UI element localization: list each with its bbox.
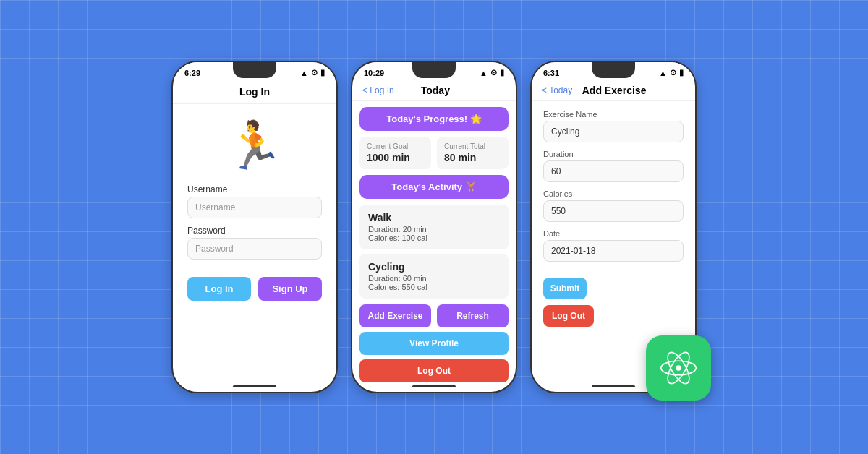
phone1-navbar: Log In [173,80,336,104]
activity-calories-0: Calories: 100 cal [368,234,500,242]
phone-login: 6:29 ▲ ⊙ ▮ Log In 🏃 Username Username Pa… [171,61,338,393]
current-goal-card: Current Goal 1000 min [359,137,431,169]
status-time-1: 6:29 [184,69,200,77]
phone2-back[interactable]: < Log In [362,85,394,95]
wifi-icon-3: ⊙ [670,68,676,77]
username-input[interactable]: Username [187,197,322,218]
activity-name-1: Cycling [368,261,500,273]
date-label: Date [543,229,684,238]
phone3-back[interactable]: < Today [542,85,572,95]
add-exercise-button[interactable]: Add Exercise [359,304,431,327]
submit-button[interactable]: Submit [543,278,587,299]
exercise-name-input[interactable]: Cycling [543,121,684,142]
logout-button-3[interactable]: Log Out [543,305,594,327]
status-time-2: 10:29 [364,69,384,77]
battery-icon-2: ▮ [500,68,504,77]
home-indicator-2 [412,385,456,387]
svg-point-0 [676,365,681,371]
wifi-icon: ⊙ [311,68,318,77]
phones-container: 6:29 ▲ ⊙ ▮ Log In 🏃 Username Username Pa… [171,61,697,393]
activity-duration-0: Duration: 20 min [368,225,500,234]
exercise-name-value: Cycling [551,127,579,137]
duration-input[interactable]: 60 [543,160,684,182]
refresh-button[interactable]: Refresh [437,304,509,327]
signal-icon-2: ▲ [480,69,488,77]
status-icons-2: ▲ ⊙ ▮ [480,68,504,77]
add-exercise-buttons: Submit Log Out [532,278,695,327]
duration-value: 60 [551,166,561,176]
phone1-content: Log In 🏃 Username Username Password Pass… [173,80,336,388]
activity-duration-1: Duration: 60 min [368,274,500,283]
runner-emoji: 🏃 [226,119,284,173]
signup-button[interactable]: Sign Up [258,277,322,301]
calories-label: Calories [543,189,684,198]
status-icons-1: ▲ ⊙ ▮ [300,68,325,77]
battery-icon: ▮ [320,68,325,77]
login-buttons: Log In Sign Up [173,267,336,301]
battery-icon-3: ▮ [679,68,684,77]
date-value: 2021-01-18 [551,246,595,256]
phone3-nav-title: Add Exercise [582,85,647,96]
signal-icon-3: ▲ [659,69,667,77]
current-total-card: Current Total 80 min [437,137,509,169]
activity-name-0: Walk [368,212,500,223]
status-bar-3: 6:31 ▲ ⊙ ▮ [532,62,695,80]
status-time-3: 6:31 [543,69,559,77]
runner-avatar: 🏃 [173,104,336,184]
login-button[interactable]: Log In [187,277,251,301]
current-total-label: Current Total [444,142,501,150]
date-input[interactable]: 2021-01-18 [543,240,684,262]
react-logo-svg [659,348,698,387]
phone1-nav-title: Log In [239,86,270,98]
current-goal-value: 1000 min [367,152,424,163]
phone2-bottom-actions: Add Exercise Refresh View Profile Log Ou… [352,299,516,382]
calories-value: 550 [551,206,566,216]
phone2-nav-title: Today [421,85,450,96]
status-bar-2: 10:29 ▲ ⊙ ▮ [352,62,516,80]
phone2-navbar: < Log In Today [352,80,516,101]
status-icons-3: ▲ ⊙ ▮ [659,68,684,77]
wifi-icon-2: ⊙ [490,68,497,77]
login-form: Username Username Password Password [173,184,336,260]
progress-banner: Today's Progress! 🌟 [359,107,509,131]
activity-calories-1: Calories: 550 cal [368,283,500,291]
phone2-content: < Log In Today Today's Progress! 🌟 Curre… [352,80,516,388]
view-profile-button[interactable]: View Profile [359,332,509,355]
password-label: Password [187,226,322,236]
status-bar-1: 6:29 ▲ ⊙ ▮ [173,62,336,80]
add-refresh-row: Add Exercise Refresh [359,304,509,327]
home-indicator-3 [592,385,635,387]
activity-list: Walk Duration: 20 min Calories: 100 cal … [352,205,516,299]
username-placeholder: Username [195,202,235,213]
password-placeholder: Password [195,244,234,254]
current-goal-label: Current Goal [367,142,424,150]
react-logo-badge [646,335,711,401]
calories-input[interactable]: 550 [543,200,684,222]
username-label: Username [187,184,322,194]
list-item: Walk Duration: 20 min Calories: 100 cal [359,205,509,249]
goals-row: Current Goal 1000 min Current Total 80 m… [352,137,516,169]
logout-button-2[interactable]: Log Out [359,359,509,382]
exercise-name-label: Exercise Name [543,110,684,119]
password-input[interactable]: Password [187,238,322,260]
home-indicator-1 [233,385,276,387]
current-total-value: 80 min [444,152,501,163]
activity-banner: Today's Activity 🏋 [359,175,509,199]
add-exercise-form: Exercise Name Cycling Duration 60 Calori… [532,101,695,278]
phone3-navbar: < Today Add Exercise [532,80,695,101]
duration-label: Duration [543,150,684,158]
phone-today: 10:29 ▲ ⊙ ▮ < Log In Today Today's Progr… [351,61,517,393]
list-item: Cycling Duration: 60 min Calories: 550 c… [359,254,509,299]
signal-icon: ▲ [300,69,308,77]
